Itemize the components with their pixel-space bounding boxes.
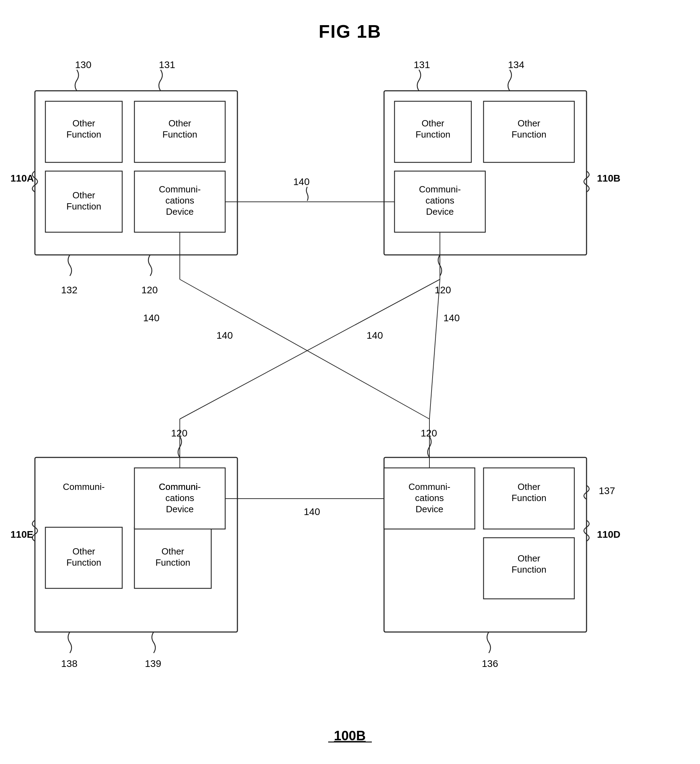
svg-text:140: 140 xyxy=(304,506,320,517)
svg-rect-4 xyxy=(45,101,122,162)
svg-rect-0 xyxy=(35,91,237,255)
svg-text:Function: Function xyxy=(512,564,547,575)
svg-rect-7 xyxy=(135,171,225,232)
svg-text:Communi-: Communi- xyxy=(419,184,461,194)
svg-text:140: 140 xyxy=(293,176,310,187)
svg-text:Device: Device xyxy=(166,207,193,217)
svg-text:cations: cations xyxy=(166,493,194,503)
svg-text:Function: Function xyxy=(66,557,101,568)
svg-text:Other: Other xyxy=(161,546,184,557)
svg-text:110A: 110A xyxy=(11,173,34,184)
svg-text:130: 130 xyxy=(75,59,91,70)
svg-text:Other: Other xyxy=(72,546,95,557)
svg-rect-5 xyxy=(135,101,225,162)
svg-rect-12 xyxy=(135,527,211,589)
svg-text:Function: Function xyxy=(415,129,450,140)
svg-rect-14 xyxy=(484,468,574,529)
svg-text:cations: cations xyxy=(166,195,194,206)
svg-text:Other: Other xyxy=(72,190,95,200)
svg-rect-1 xyxy=(384,91,587,255)
svg-line-25 xyxy=(429,279,440,419)
svg-text:Device: Device xyxy=(426,207,454,217)
svg-text:100B: 100B xyxy=(334,728,366,743)
svg-text:Communi-: Communi- xyxy=(409,482,450,492)
svg-rect-11 xyxy=(45,527,122,589)
svg-text:140: 140 xyxy=(366,330,383,341)
svg-text:110D: 110D xyxy=(597,529,620,540)
svg-text:131: 131 xyxy=(414,59,430,70)
svg-text:140: 140 xyxy=(443,313,460,323)
svg-text:120: 120 xyxy=(141,285,158,295)
svg-text:Function: Function xyxy=(155,557,190,568)
svg-text:110E: 110E xyxy=(11,529,33,540)
svg-text:cations: cations xyxy=(415,493,444,503)
svg-text:120: 120 xyxy=(171,428,188,438)
svg-text:Other: Other xyxy=(517,482,540,492)
svg-rect-3 xyxy=(384,457,587,632)
svg-text:136: 136 xyxy=(482,658,498,669)
svg-text:Device: Device xyxy=(415,504,443,514)
svg-text:Communi-: Communi- xyxy=(159,184,201,194)
svg-rect-15 xyxy=(484,538,574,599)
svg-text:Function: Function xyxy=(512,129,547,140)
svg-text:138: 138 xyxy=(61,658,78,669)
svg-line-24 xyxy=(180,279,440,419)
svg-text:140: 140 xyxy=(143,313,160,323)
svg-text:Function: Function xyxy=(512,493,547,503)
page-title xyxy=(0,0,700,764)
svg-text:134: 134 xyxy=(508,59,525,70)
svg-text:Function: Function xyxy=(66,129,101,140)
svg-text:131: 131 xyxy=(159,59,175,70)
svg-text:132: 132 xyxy=(61,285,78,295)
svg-rect-9 xyxy=(484,101,574,162)
svg-text:Other: Other xyxy=(421,118,444,128)
svg-text:120: 120 xyxy=(421,428,437,438)
svg-text:140: 140 xyxy=(216,330,233,341)
svg-rect-16 xyxy=(384,468,475,529)
svg-text:120: 120 xyxy=(435,285,451,295)
svg-rect-8 xyxy=(395,101,471,162)
svg-rect-10 xyxy=(395,171,485,232)
svg-text:cations: cations xyxy=(426,195,454,206)
svg-text:Other: Other xyxy=(517,553,540,564)
svg-text:110B: 110B xyxy=(597,173,620,184)
page-title: FIG 1B xyxy=(0,0,700,42)
svg-text:Communi-: Communi- xyxy=(159,482,201,492)
svg-text:Function: Function xyxy=(66,201,101,211)
svg-text:Communi-: Communi- xyxy=(63,482,105,492)
svg-text:Function: Function xyxy=(162,129,197,140)
svg-line-23 xyxy=(180,279,429,419)
svg-text:Other: Other xyxy=(168,118,191,128)
svg-text:137: 137 xyxy=(599,485,615,496)
svg-rect-6 xyxy=(45,171,122,232)
svg-text:Other: Other xyxy=(72,118,95,128)
svg-text:Communi-: Communi- xyxy=(159,482,201,492)
svg-text:Other: Other xyxy=(517,118,540,128)
svg-rect-2 xyxy=(35,457,237,632)
svg-rect-13 xyxy=(135,468,225,529)
svg-text:Device: Device xyxy=(166,504,193,514)
svg-text:139: 139 xyxy=(145,658,161,669)
